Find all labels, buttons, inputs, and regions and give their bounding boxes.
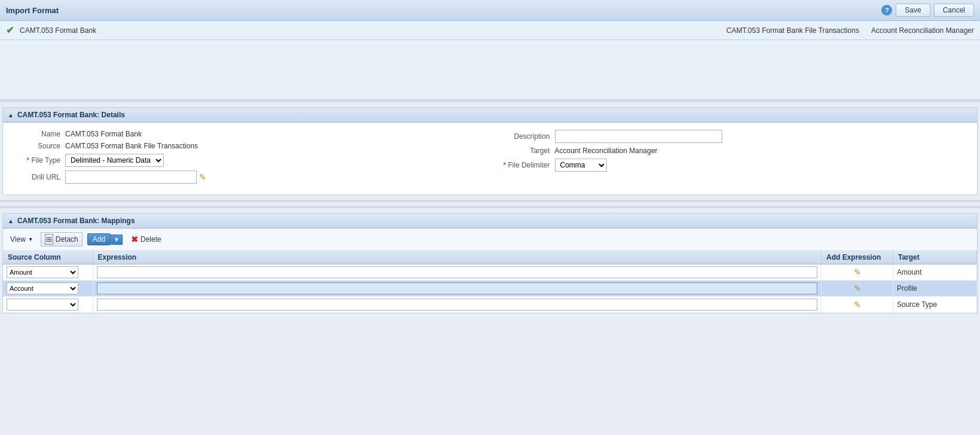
details-right-col: Description Target Account Reconciliatio… [502, 130, 968, 187]
record-source: CAMT.053 Format Bank File Transactions [726, 26, 859, 35]
drillurl-row: Drill URL ✎ [13, 171, 478, 184]
details-panel-title: CAMT.053 Format Bank: Details [17, 111, 125, 119]
filetype-row: File Type Delimited - Numeric Data Fixed… [13, 154, 478, 167]
delete-label: Delete [141, 235, 161, 244]
name-row: Name CAMT.053 Format Bank [13, 130, 478, 138]
filedelimiter-select[interactable]: Comma Tab Pipe Semicolon [555, 159, 607, 172]
mappings-panel-header: ▲ CAMT.053 Format Bank: Mappings [3, 214, 977, 229]
source-value: CAMT.053 Format Bank File Transactions [65, 142, 198, 150]
detach-button[interactable]: ⊞ Detach [41, 232, 83, 247]
source-column-select-2[interactable]: AmountAccountDateDescription [7, 299, 78, 311]
mappings-panel: ▲ CAMT.053 Format Bank: Mappings View ▼ … [2, 213, 978, 314]
mappings-table-header-row: Source Column Expression Add Expression … [3, 251, 977, 264]
details-panel-header: ▲ CAMT.053 Format Bank: Details [3, 108, 977, 123]
mappings-table: Source Column Expression Add Expression … [3, 251, 977, 313]
name-value: CAMT.053 Format Bank [65, 130, 142, 138]
source-column-select-0[interactable]: AmountAccountDateDescription [7, 266, 78, 278]
record-row: ✔ CAMT.053 Format Bank CAMT.053 Format B… [0, 21, 980, 40]
source-label: Source [13, 142, 60, 150]
drillurl-input[interactable] [65, 171, 197, 184]
source-row: Source CAMT.053 Format Bank File Transac… [13, 142, 478, 150]
details-panel: ▲ CAMT.053 Format Bank: Details Name CAM… [2, 107, 978, 195]
description-label: Description [502, 132, 550, 141]
table-row: AmountAccountDateDescription✎Amount [3, 264, 977, 281]
add-expression-pencil-2[interactable]: ✎ [854, 300, 861, 309]
add-button-group: Add ▼ [87, 233, 123, 245]
name-label: Name [13, 130, 60, 138]
record-name: CAMT.053 Format Bank [20, 26, 721, 35]
title-bar: Import Format ? Save Cancel [0, 0, 980, 21]
description-row: Description [502, 130, 968, 143]
filedelimiter-label: File Delimiter [502, 161, 550, 169]
delete-button[interactable]: ✖ Delete [127, 233, 165, 245]
delete-x-icon: ✖ [131, 235, 138, 244]
table-row: AmountAccountDateDescription✎Source Type [3, 297, 977, 313]
drillurl-container: ✎ [65, 171, 206, 184]
col-header-add-expression: Add Expression [822, 251, 893, 264]
mappings-collapse-icon[interactable]: ▲ [8, 218, 14, 224]
filetype-label: File Type [13, 156, 60, 165]
page-title: Import Format [6, 6, 59, 15]
detach-label: Detach [56, 235, 78, 244]
add-expression-pencil-0[interactable]: ✎ [854, 267, 861, 277]
expression-input-2[interactable] [97, 299, 818, 311]
target-cell-2: Source Type [893, 297, 977, 313]
view-button[interactable]: View ▼ [8, 234, 36, 245]
cancel-button[interactable]: Cancel [934, 4, 974, 17]
filedelimiter-row: File Delimiter Comma Tab Pipe Semicolon [502, 159, 968, 172]
mappings-toolbar: View ▼ ⊞ Detach Add ▼ ✖ Delete [3, 229, 977, 251]
top-spacer [0, 40, 980, 100]
record-meta: CAMT.053 Format Bank File Transactions A… [726, 26, 974, 35]
col-header-target: Target [893, 251, 977, 264]
mappings-panel-title: CAMT.053 Format Bank: Mappings [17, 217, 135, 225]
source-column-select-1[interactable]: AmountAccountDateDescription [7, 282, 78, 294]
drillurl-edit-icon[interactable]: ✎ [199, 172, 206, 182]
filetype-select[interactable]: Delimited - Numeric Data Fixed Width XML [65, 154, 164, 167]
add-dropdown-button[interactable]: ▼ [111, 235, 123, 245]
save-button[interactable]: Save [896, 4, 930, 17]
target-row: Target Account Reconciliation Manager [502, 147, 968, 155]
details-form-grid: Name CAMT.053 Format Bank Source CAMT.05… [13, 130, 967, 187]
detach-grid-icon: ⊞ [45, 234, 53, 245]
separator-3 [0, 206, 980, 208]
col-header-source: Source Column [3, 251, 93, 264]
add-expression-pencil-1[interactable]: ✎ [854, 284, 861, 293]
expression-input-0[interactable] [97, 266, 818, 278]
details-left-col: Name CAMT.053 Format Bank Source CAMT.05… [13, 130, 478, 187]
target-cell-1: Profile [893, 281, 977, 297]
details-panel-body: Name CAMT.053 Format Bank Source CAMT.05… [3, 123, 977, 194]
collapse-triangle-icon[interactable]: ▲ [8, 112, 14, 118]
view-dropdown-icon[interactable]: ▼ [28, 236, 33, 242]
target-cell-0: Amount [893, 264, 977, 281]
help-icon[interactable]: ? [881, 5, 892, 16]
col-header-expression: Expression [93, 251, 822, 264]
view-label: View [10, 235, 26, 244]
drillurl-label: Drill URL [13, 173, 60, 181]
expression-input-1[interactable] [97, 282, 818, 294]
table-row: AmountAccountDateDescription✎Profile [3, 281, 977, 297]
separator-1 [0, 100, 980, 102]
add-button[interactable]: Add [87, 233, 111, 245]
target-label: Target [502, 147, 550, 155]
title-bar-actions: ? Save Cancel [881, 4, 974, 17]
description-input[interactable] [555, 130, 722, 143]
check-icon: ✔ [6, 25, 14, 36]
record-target: Account Reconciliation Manager [871, 26, 974, 35]
target-value: Account Reconciliation Manager [555, 147, 658, 155]
add-label: Add [93, 235, 105, 244]
